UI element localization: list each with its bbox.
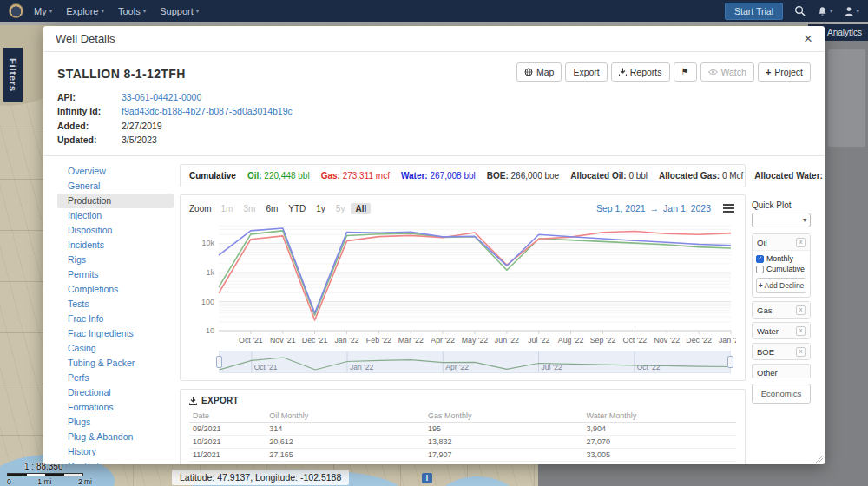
well-section-nav: OverviewGeneralProductionInjectionDispos… xyxy=(57,164,174,464)
navigator-left-handle[interactable] xyxy=(216,356,222,368)
stat-allocated-oil: Allocated Oil: 0 bbl xyxy=(570,171,648,181)
close-icon[interactable]: x xyxy=(796,305,806,315)
close-icon[interactable]: x xyxy=(796,326,806,336)
quickplot-card-oil: Oilx✓ Monthly Cumulative+ Add Decline xyxy=(752,233,811,298)
zoom-3m-button: 3m xyxy=(239,203,260,214)
zoom-6m-button[interactable]: 6m xyxy=(261,203,282,214)
map-button[interactable]: Map xyxy=(516,62,562,82)
economics-button[interactable]: Economics xyxy=(752,384,811,404)
button-label: Watch xyxy=(721,67,746,77)
stat-allocated-gas: Allocated Gas: 0 Mcf xyxy=(659,171,743,181)
chart-navigator[interactable]: Oct '21Jan '22Apr '22Jul '22Oct '22 xyxy=(219,351,731,373)
sidebar-item-overview[interactable]: Overview xyxy=(57,164,174,179)
search-icon[interactable] xyxy=(794,5,806,16)
button-label: Project xyxy=(774,67,803,77)
user-account-icon[interactable]: ▾ xyxy=(844,6,859,16)
card-title: BOE xyxy=(757,347,774,357)
sidebar-item-plugs[interactable]: Plugs xyxy=(57,415,174,430)
nav-menu-my[interactable]: My▾ xyxy=(34,6,52,16)
add-decline-button[interactable]: + Add Decline xyxy=(756,278,806,293)
sidebar-item-perfs[interactable]: Perfs xyxy=(57,371,174,385)
info-value[interactable]: 33-061-04421-0000 xyxy=(122,90,201,104)
production-chart-card: Zoom 1m3m6mYTD1y5yAll Sep 1, 2021 → Jan … xyxy=(180,194,746,381)
sidebar-item-rigs[interactable]: Rigs xyxy=(57,253,174,267)
reports-button[interactable]: Reports xyxy=(611,62,670,82)
quickplot-card-header-gas[interactable]: Gasx xyxy=(753,302,810,318)
close-icon[interactable]: x xyxy=(796,347,806,357)
sidebar-item-production[interactable]: Production xyxy=(57,194,174,208)
quickplot-card-header-other[interactable]: Other xyxy=(753,364,810,378)
start-trial-button[interactable]: Start Trial xyxy=(725,3,783,20)
modal-resize-handle[interactable] xyxy=(816,456,823,463)
zoom-1y-button[interactable]: 1y xyxy=(312,203,330,214)
notifications-bell-icon[interactable]: ▾ xyxy=(817,6,833,16)
close-icon[interactable]: × xyxy=(804,31,812,46)
sidebar-item-plug-abandon[interactable]: Plug & Abandon xyxy=(57,430,174,444)
sidebar-item-permits[interactable]: Permits xyxy=(57,267,174,282)
sidebar-item-frac-ingredients[interactable]: Frac Ingredients xyxy=(57,326,174,341)
nav-right: Start Trial ▾ ▾ xyxy=(725,3,859,20)
flag-button[interactable]: ⚑ xyxy=(674,62,697,82)
quick-plot-label: Quick Plot xyxy=(752,200,811,210)
svg-text:Sep '22: Sep '22 xyxy=(590,336,616,345)
sidebar-item-directional[interactable]: Directional xyxy=(57,385,174,400)
watch-button[interactable]: Watch xyxy=(700,62,754,82)
navigator-axis-label: Oct '21 xyxy=(252,363,278,371)
zoom-ytd-button[interactable]: YTD xyxy=(284,203,310,214)
sidebar-item-injection[interactable]: Injection xyxy=(57,208,174,223)
right-side-panel xyxy=(828,49,865,147)
sidebar-item-general[interactable]: General xyxy=(57,179,174,194)
nav-menu-explore[interactable]: Explore▾ xyxy=(66,6,104,16)
checkbox-cumulative[interactable] xyxy=(756,266,764,273)
sidebar-item-incidents[interactable]: Incidents xyxy=(57,238,174,253)
info-row-added: Added: 2/27/2019 xyxy=(57,119,811,133)
export-label: EXPORT xyxy=(201,396,239,405)
well-details-modal: Well Details × STALLION 8-1-12TFH MapExp… xyxy=(43,26,825,464)
svg-text:Oct '22: Oct '22 xyxy=(623,336,648,345)
eye-icon xyxy=(708,69,718,76)
info-value: 3/5/2023 xyxy=(122,133,157,147)
checkbox-monthly[interactable]: ✓ xyxy=(756,255,764,263)
card-title: Gas xyxy=(757,305,772,315)
sidebar-item-frac-info[interactable]: Frac Info xyxy=(57,312,174,326)
sidebar-item-disposition[interactable]: Disposition xyxy=(57,223,174,238)
page-top-strip xyxy=(0,22,868,25)
nav-menu-label: Explore xyxy=(66,6,98,16)
quickplot-card-header-boe[interactable]: BOEx xyxy=(753,344,810,359)
hamburger-icon[interactable] xyxy=(721,202,736,214)
button-label: Reports xyxy=(630,67,662,77)
info-row-updated: Updated: 3/5/2023 xyxy=(57,133,811,147)
export-button[interactable]: EXPORT xyxy=(189,396,736,405)
quickplot-card-header-water[interactable]: Waterx xyxy=(753,323,810,338)
sidebar-item-tests[interactable]: Tests xyxy=(57,297,174,312)
nav-menu-support[interactable]: Support▾ xyxy=(160,6,199,16)
globe-icon xyxy=(524,68,533,76)
modal-header: Well Details × xyxy=(43,26,825,52)
quick-plot-dropdown[interactable]: ▾ xyxy=(752,213,811,227)
info-value[interactable]: f9ad43dc-b188-4b27-b087-5d0a3014b19c xyxy=(122,104,293,118)
sidebar-item-history[interactable]: History xyxy=(57,444,174,459)
sidebar-item-casing[interactable]: Casing xyxy=(57,341,174,356)
map-info-button[interactable]: i xyxy=(422,473,432,483)
project-button[interactable]: +Project xyxy=(758,62,811,82)
well-info: API: 33-061-04421-0000Infinity Id: f9ad4… xyxy=(57,90,811,147)
quickplot-card-header-oil[interactable]: Oilx xyxy=(753,234,810,250)
filters-tab[interactable]: Filters xyxy=(3,48,23,102)
sidebar-item-contacts[interactable]: Contacts xyxy=(57,459,174,464)
sidebar-item-completions[interactable]: Completions xyxy=(57,282,174,297)
export-button[interactable]: Export xyxy=(565,62,607,82)
zoom-all-button[interactable]: All xyxy=(351,203,371,214)
nav-menu-tools[interactable]: Tools▾ xyxy=(118,6,146,16)
chevron-down-icon: ▾ xyxy=(856,8,859,15)
navigator-axis-label: Jan '22 xyxy=(347,363,373,371)
app-logo-icon[interactable] xyxy=(9,3,23,18)
svg-text:Dec '21: Dec '21 xyxy=(302,336,328,345)
bottom-panel-backdrop xyxy=(538,464,868,486)
sidebar-item-formations[interactable]: Formations xyxy=(57,400,174,415)
card-title: Other xyxy=(757,368,778,378)
close-icon[interactable]: x xyxy=(796,238,806,247)
table-cell: 3,904 xyxy=(583,423,736,436)
sidebar-item-tubing-packer[interactable]: Tubing & Packer xyxy=(57,356,174,371)
navigator-right-handle[interactable] xyxy=(727,356,733,368)
table-cell: 27,165 xyxy=(266,449,424,462)
